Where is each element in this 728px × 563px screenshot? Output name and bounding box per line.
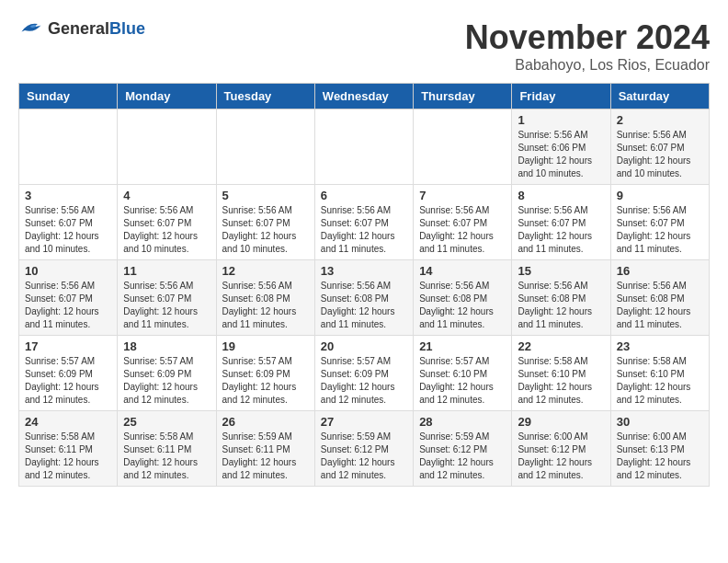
calendar-cell: 10Sunrise: 5:56 AM Sunset: 6:07 PM Dayli… xyxy=(19,260,118,336)
logo-blue: Blue xyxy=(109,19,145,39)
day-number: 12 xyxy=(222,264,309,278)
day-number: 3 xyxy=(25,189,111,202)
cell-info: Sunrise: 5:59 AM Sunset: 6:11 PM Dayligh… xyxy=(222,431,309,482)
day-number: 8 xyxy=(518,189,604,202)
logo-bird-icon xyxy=(18,18,44,39)
cell-info: Sunrise: 5:56 AM Sunset: 6:07 PM Dayligh… xyxy=(222,204,309,256)
calendar-cell: 15Sunrise: 5:56 AM Sunset: 6:08 PM Dayli… xyxy=(512,260,610,336)
calendar-cell: 25Sunrise: 5:58 AM Sunset: 6:11 PM Dayli… xyxy=(118,411,216,487)
day-number: 23 xyxy=(617,339,703,353)
day-number: 4 xyxy=(123,189,210,202)
cell-info: Sunrise: 5:57 AM Sunset: 6:09 PM Dayligh… xyxy=(25,355,111,407)
weekday-header: Thursday xyxy=(414,84,512,109)
cell-info: Sunrise: 5:56 AM Sunset: 6:08 PM Dayligh… xyxy=(518,280,604,331)
calendar-cell: 9Sunrise: 5:56 AM Sunset: 6:07 PM Daylig… xyxy=(610,185,709,260)
logo-general: General xyxy=(48,19,109,39)
calendar-cell: 1Sunrise: 5:56 AM Sunset: 6:06 PM Daylig… xyxy=(512,109,610,185)
day-number: 26 xyxy=(222,415,309,429)
day-number: 27 xyxy=(321,415,407,429)
cell-info: Sunrise: 5:56 AM Sunset: 6:07 PM Dayligh… xyxy=(25,280,111,331)
calendar-cell: 18Sunrise: 5:57 AM Sunset: 6:09 PM Dayli… xyxy=(118,336,216,411)
weekday-header: Friday xyxy=(512,84,610,109)
calendar-cell: 24Sunrise: 5:58 AM Sunset: 6:11 PM Dayli… xyxy=(19,411,118,487)
cell-info: Sunrise: 5:58 AM Sunset: 6:10 PM Dayligh… xyxy=(518,355,604,407)
day-number: 13 xyxy=(321,264,407,278)
cell-info: Sunrise: 5:58 AM Sunset: 6:11 PM Dayligh… xyxy=(123,431,210,482)
calendar-cell: 11Sunrise: 5:56 AM Sunset: 6:07 PM Dayli… xyxy=(118,260,216,336)
location-title: Babahoyo, Los Rios, Ecuador xyxy=(465,57,710,74)
cell-info: Sunrise: 5:57 AM Sunset: 6:09 PM Dayligh… xyxy=(123,355,210,407)
day-number: 10 xyxy=(25,264,111,278)
day-number: 18 xyxy=(123,339,210,353)
day-number: 30 xyxy=(617,415,703,429)
day-number: 22 xyxy=(518,339,604,353)
calendar-cell: 4Sunrise: 5:56 AM Sunset: 6:07 PM Daylig… xyxy=(118,185,216,260)
cell-info: Sunrise: 5:59 AM Sunset: 6:12 PM Dayligh… xyxy=(321,431,407,482)
cell-info: Sunrise: 5:56 AM Sunset: 6:08 PM Dayligh… xyxy=(321,280,407,331)
cell-info: Sunrise: 5:56 AM Sunset: 6:07 PM Dayligh… xyxy=(518,204,604,256)
calendar-cell: 19Sunrise: 5:57 AM Sunset: 6:09 PM Dayli… xyxy=(216,336,314,411)
calendar-cell: 13Sunrise: 5:56 AM Sunset: 6:08 PM Dayli… xyxy=(314,260,413,336)
day-number: 16 xyxy=(617,264,703,278)
day-number: 17 xyxy=(25,339,111,353)
day-number: 28 xyxy=(419,415,506,429)
cell-info: Sunrise: 6:00 AM Sunset: 6:12 PM Dayligh… xyxy=(518,431,604,482)
calendar-cell: 8Sunrise: 5:56 AM Sunset: 6:07 PM Daylig… xyxy=(512,185,610,260)
calendar-cell: 16Sunrise: 5:56 AM Sunset: 6:08 PM Dayli… xyxy=(610,260,709,336)
weekday-header: Saturday xyxy=(610,84,709,109)
weekday-header: Monday xyxy=(118,84,216,109)
calendar-cell xyxy=(19,109,118,185)
calendar-cell xyxy=(414,109,512,185)
day-number: 1 xyxy=(518,113,604,127)
cell-info: Sunrise: 5:56 AM Sunset: 6:07 PM Dayligh… xyxy=(617,204,703,256)
calendar-cell xyxy=(216,109,314,185)
day-number: 9 xyxy=(617,189,703,202)
calendar-cell: 26Sunrise: 5:59 AM Sunset: 6:11 PM Dayli… xyxy=(216,411,314,487)
calendar-cell: 6Sunrise: 5:56 AM Sunset: 6:07 PM Daylig… xyxy=(314,185,413,260)
calendar-cell: 7Sunrise: 5:56 AM Sunset: 6:07 PM Daylig… xyxy=(414,185,512,260)
day-number: 21 xyxy=(419,339,506,353)
weekday-header: Wednesday xyxy=(314,84,413,109)
cell-info: Sunrise: 5:56 AM Sunset: 6:08 PM Dayligh… xyxy=(617,280,703,331)
calendar-cell: 30Sunrise: 6:00 AM Sunset: 6:13 PM Dayli… xyxy=(610,411,709,487)
day-number: 29 xyxy=(518,415,604,429)
calendar-cell: 3Sunrise: 5:56 AM Sunset: 6:07 PM Daylig… xyxy=(19,185,118,260)
calendar-cell: 28Sunrise: 5:59 AM Sunset: 6:12 PM Dayli… xyxy=(414,411,512,487)
day-number: 2 xyxy=(617,113,703,127)
month-title: November 2024 xyxy=(465,18,710,57)
day-number: 5 xyxy=(222,189,309,202)
title-area: November 2024 Babahoyo, Los Rios, Ecuado… xyxy=(465,18,710,74)
cell-info: Sunrise: 5:57 AM Sunset: 6:10 PM Dayligh… xyxy=(419,355,506,407)
calendar-cell: 14Sunrise: 5:56 AM Sunset: 6:08 PM Dayli… xyxy=(414,260,512,336)
day-number: 25 xyxy=(123,415,210,429)
cell-info: Sunrise: 5:57 AM Sunset: 6:09 PM Dayligh… xyxy=(321,355,407,407)
day-number: 7 xyxy=(419,189,506,202)
calendar-cell: 23Sunrise: 5:58 AM Sunset: 6:10 PM Dayli… xyxy=(610,336,709,411)
calendar-cell: 27Sunrise: 5:59 AM Sunset: 6:12 PM Dayli… xyxy=(314,411,413,487)
cell-info: Sunrise: 5:58 AM Sunset: 6:10 PM Dayligh… xyxy=(617,355,703,407)
cell-info: Sunrise: 5:58 AM Sunset: 6:11 PM Dayligh… xyxy=(25,431,111,482)
logo: General Blue xyxy=(18,18,145,39)
cell-info: Sunrise: 6:00 AM Sunset: 6:13 PM Dayligh… xyxy=(617,431,703,482)
cell-info: Sunrise: 5:56 AM Sunset: 6:07 PM Dayligh… xyxy=(123,204,210,256)
day-number: 20 xyxy=(321,339,407,353)
calendar-cell xyxy=(118,109,216,185)
cell-info: Sunrise: 5:56 AM Sunset: 6:08 PM Dayligh… xyxy=(419,280,506,331)
cell-info: Sunrise: 5:56 AM Sunset: 6:07 PM Dayligh… xyxy=(25,204,111,256)
cell-info: Sunrise: 5:56 AM Sunset: 6:08 PM Dayligh… xyxy=(222,280,309,331)
calendar-cell: 22Sunrise: 5:58 AM Sunset: 6:10 PM Dayli… xyxy=(512,336,610,411)
day-number: 14 xyxy=(419,264,506,278)
day-number: 19 xyxy=(222,339,309,353)
cell-info: Sunrise: 5:56 AM Sunset: 6:07 PM Dayligh… xyxy=(419,204,506,256)
calendar-cell: 2Sunrise: 5:56 AM Sunset: 6:07 PM Daylig… xyxy=(610,109,709,185)
weekday-header: Sunday xyxy=(19,84,118,109)
day-number: 15 xyxy=(518,264,604,278)
cell-info: Sunrise: 5:59 AM Sunset: 6:12 PM Dayligh… xyxy=(419,431,506,482)
cell-info: Sunrise: 5:57 AM Sunset: 6:09 PM Dayligh… xyxy=(222,355,309,407)
day-number: 11 xyxy=(123,264,210,278)
calendar-cell: 12Sunrise: 5:56 AM Sunset: 6:08 PM Dayli… xyxy=(216,260,314,336)
cell-info: Sunrise: 5:56 AM Sunset: 6:07 PM Dayligh… xyxy=(321,204,407,256)
calendar-cell: 17Sunrise: 5:57 AM Sunset: 6:09 PM Dayli… xyxy=(19,336,118,411)
cell-info: Sunrise: 5:56 AM Sunset: 6:07 PM Dayligh… xyxy=(617,129,703,180)
calendar-cell: 21Sunrise: 5:57 AM Sunset: 6:10 PM Dayli… xyxy=(414,336,512,411)
